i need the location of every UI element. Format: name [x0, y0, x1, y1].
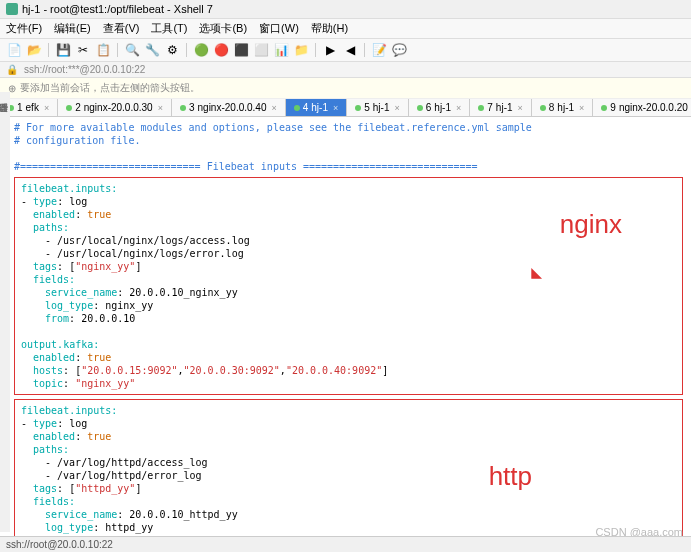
separator — [315, 43, 316, 57]
status-dot-icon — [180, 105, 186, 111]
tab-label: hj-1 — [434, 102, 451, 113]
tb-btn6[interactable]: ◀ — [342, 42, 358, 58]
tb-btn2[interactable]: ⬜ — [253, 42, 269, 58]
menu-view[interactable]: 查看(V) — [103, 21, 140, 36]
close-icon[interactable]: × — [579, 103, 584, 113]
close-icon[interactable]: × — [44, 103, 49, 113]
tb-btn5[interactable]: ▶ — [322, 42, 338, 58]
hint-bar: ⊕ 要添加当前会话，点击左侧的箭头按钮。 — [0, 78, 691, 99]
tb-gear[interactable]: ⚙ — [164, 42, 180, 58]
tab-label: nginx-20.0.0.30 — [84, 102, 153, 113]
tab-num: 4 — [303, 102, 309, 113]
app-icon — [6, 3, 18, 15]
arrow-icon: ◣ — [531, 260, 542, 283]
tb-paste[interactable]: 📋 — [95, 42, 111, 58]
menubar: 文件(F) 编辑(E) 查看(V) 工具(T) 选项卡(B) 窗口(W) 帮助(… — [0, 19, 691, 39]
session-tab[interactable]: 3 nginx-20.0.0.40× — [172, 99, 286, 116]
tb-btn8[interactable]: 💬 — [391, 42, 407, 58]
address-bar: 🔒 ssh://root:***@20.0.0.10:22 — [0, 62, 691, 78]
tb-btn1[interactable]: ⬛ — [233, 42, 249, 58]
tab-label: hj-1 — [373, 102, 390, 113]
close-icon[interactable]: × — [158, 103, 163, 113]
comment: # configuration file. — [14, 134, 683, 147]
toolbar: 📄 📂 💾 ✂ 📋 🔍 🔧 ⚙ 🟢 🔴 ⬛ ⬜ 📊 📁 ▶ ◀ 📝 💬 — [0, 39, 691, 62]
status-dot-icon — [478, 105, 484, 111]
menu-edit[interactable]: 编辑(E) — [54, 21, 91, 36]
session-tab[interactable]: 6 hj-1× — [409, 99, 471, 116]
close-icon[interactable]: × — [333, 103, 338, 113]
tb-connect[interactable]: 🟢 — [193, 42, 209, 58]
status-dot-icon — [355, 105, 361, 111]
tab-label: hj-1 — [311, 102, 328, 113]
address-text[interactable]: ssh://root:***@20.0.0.10:22 — [24, 64, 145, 75]
status-dot-icon — [417, 105, 423, 111]
tb-btn7[interactable]: 📝 — [371, 42, 387, 58]
terminal-content[interactable]: # For more available modules and options… — [0, 117, 691, 552]
tb-new[interactable]: 📄 — [6, 42, 22, 58]
session-tab[interactable]: 8 hj-1× — [532, 99, 594, 116]
status-bar: ssh://root@20.0.0.10:22 — [0, 536, 691, 552]
close-icon[interactable]: × — [456, 103, 461, 113]
status-dot-icon — [540, 105, 546, 111]
nginx-config-box: nginx ◣ filebeat.inputs: - type: log ena… — [14, 177, 683, 395]
tab-num: 1 — [17, 102, 23, 113]
tab-label: nginx-20.0.0.40 — [198, 102, 267, 113]
menu-help[interactable]: 帮助(H) — [311, 21, 348, 36]
session-tab[interactable]: 4 hj-1× — [286, 99, 348, 116]
tab-num: 8 — [549, 102, 555, 113]
close-icon[interactable]: × — [518, 103, 523, 113]
menu-window[interactable]: 窗口(W) — [259, 21, 299, 36]
menu-file[interactable]: 文件(F) — [6, 21, 42, 36]
http-label: http — [489, 460, 532, 494]
tb-save[interactable]: 💾 — [55, 42, 71, 58]
separator — [364, 43, 365, 57]
window-title: hj-1 - root@test1:/opt/filebeat - Xshell… — [22, 3, 213, 15]
tab-num: 6 — [426, 102, 432, 113]
comment: # For more available modules and options… — [14, 121, 683, 134]
status-dot-icon — [294, 105, 300, 111]
tab-num: 9 — [610, 102, 616, 113]
separator — [48, 43, 49, 57]
tb-btn3[interactable]: 📊 — [273, 42, 289, 58]
status-dot-icon — [601, 105, 607, 111]
lock-icon: 🔒 — [6, 64, 18, 75]
separator — [117, 43, 118, 57]
tab-label: hj-1 — [557, 102, 574, 113]
menu-tools[interactable]: 工具(T) — [151, 21, 187, 36]
tb-settings[interactable]: 🔧 — [144, 42, 160, 58]
session-tab[interactable]: 7 hj-1× — [470, 99, 532, 116]
session-tab[interactable]: 5 hj-1× — [347, 99, 409, 116]
tab-bar: 1 efk×2 nginx-20.0.0.30×3 nginx-20.0.0.4… — [0, 99, 691, 117]
tab-num: 3 — [189, 102, 195, 113]
http-config-box: http filebeat.inputs: - type: log enable… — [14, 399, 683, 552]
tab-label: hj-1 — [496, 102, 513, 113]
tb-find[interactable]: 🔍 — [124, 42, 140, 58]
tb-btn4[interactable]: 📁 — [293, 42, 309, 58]
close-icon[interactable]: × — [395, 103, 400, 113]
nginx-label: nginx — [560, 208, 622, 242]
status-left: ssh://root@20.0.0.10:22 — [6, 539, 113, 550]
tab-label: efk — [26, 102, 39, 113]
tab-num: 7 — [487, 102, 493, 113]
tb-disconnect[interactable]: 🔴 — [213, 42, 229, 58]
section-header: #============================== Filebeat… — [14, 160, 683, 173]
separator — [186, 43, 187, 57]
tab-num: 2 — [75, 102, 81, 113]
titlebar: hj-1 - root@test1:/opt/filebeat - Xshell… — [0, 0, 691, 19]
session-tab[interactable]: 9 nginx-20.0.0.20× — [593, 99, 691, 116]
status-dot-icon — [66, 105, 72, 111]
tb-cut[interactable]: ✂ — [75, 42, 91, 58]
tb-open[interactable]: 📂 — [26, 42, 42, 58]
menu-tab[interactable]: 选项卡(B) — [199, 21, 247, 36]
hint-text: 要添加当前会话，点击左侧的箭头按钮。 — [20, 81, 200, 95]
tab-label: nginx-20.0.0.20 — [619, 102, 688, 113]
close-icon[interactable]: × — [271, 103, 276, 113]
session-tab[interactable]: 2 nginx-20.0.0.30× — [58, 99, 172, 116]
tab-num: 5 — [364, 102, 370, 113]
